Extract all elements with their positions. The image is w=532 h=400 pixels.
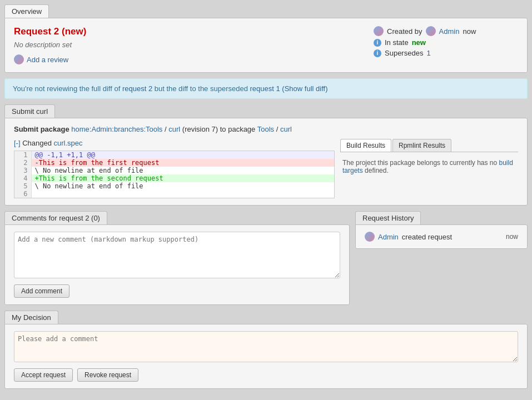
- overview-tab[interactable]: Overview: [4, 4, 49, 18]
- state-info-icon: i: [374, 39, 381, 47]
- state-value-link[interactable]: new: [412, 38, 426, 47]
- comment-textarea[interactable]: [14, 232, 340, 278]
- package-path: Submit package home:Admin:branches:Tools…: [14, 125, 518, 133]
- diff-line: 3\ No newline at end of file: [14, 167, 334, 174]
- build-results-panel: Build Results Rpmlint Results The projec…: [340, 139, 518, 198]
- no-description: No description set: [14, 41, 86, 49]
- to-package-text: to package: [220, 125, 257, 133]
- history-section: Request History Admin created request no…: [355, 211, 528, 305]
- add-review-icon: [14, 54, 24, 64]
- decision-header: My Decision: [4, 311, 58, 324]
- comments-section: Comments for request 2 (0) Add comment: [4, 211, 350, 305]
- rpmlint-results-tab[interactable]: Rpmlint Results: [392, 139, 451, 152]
- tools-link[interactable]: Tools: [257, 125, 274, 133]
- history-avatar: [365, 232, 375, 242]
- state-label: In state: [385, 38, 409, 47]
- sep2: /: [276, 125, 280, 133]
- home-admin-link[interactable]: home:Admin:branches:Tools: [71, 125, 162, 133]
- created-time: now: [463, 27, 476, 36]
- build-tabs: Build Results Rpmlint Results: [340, 139, 518, 152]
- created-by-label: Created by: [387, 27, 422, 36]
- diff-line: 6: [14, 190, 334, 198]
- admin-avatar: [426, 26, 436, 36]
- diff-container: 1@@ -1,1 +1,1 @@2-This is from the first…: [14, 151, 335, 198]
- build-message2: defined.: [365, 167, 389, 174]
- submit-curl-tab[interactable]: Submit curl: [4, 104, 55, 118]
- comments-header: Comments for request 2 (0): [4, 211, 107, 224]
- diff-line: 4+This is from the second request: [14, 174, 334, 182]
- changed-file-row: [-] Changed curl.spec: [14, 139, 335, 147]
- banner-text-before: You're not reviewing the full diff of: [13, 84, 120, 93]
- history-time: now: [506, 233, 518, 241]
- request-title: Request 2 (new): [14, 26, 86, 37]
- admin-user-link[interactable]: Admin: [439, 27, 460, 36]
- build-results-tab[interactable]: Build Results: [340, 139, 391, 152]
- supersedes-label: Supersedes: [385, 49, 423, 57]
- toggle-link[interactable]: [-]: [14, 139, 21, 147]
- history-action: created request: [402, 233, 452, 241]
- request1-link[interactable]: request 1: [250, 84, 280, 93]
- curl-link2[interactable]: curl: [280, 125, 292, 133]
- add-comment-button[interactable]: Add comment: [14, 284, 69, 298]
- submit-label: Submit package: [14, 125, 69, 133]
- history-entry: Admin created request now: [365, 232, 518, 242]
- show-full-diff-link[interactable]: (Show full diff): [282, 84, 327, 93]
- info-banner: You're not reviewing the full diff of re…: [4, 78, 528, 99]
- diff-line: 2-This is from the first request: [14, 159, 334, 167]
- history-header: Request History: [355, 211, 421, 224]
- history-user-link[interactable]: Admin: [378, 233, 399, 241]
- decision-section: My Decision Accept request Revoke reques…: [4, 311, 528, 389]
- created-by-avatar: [374, 26, 384, 36]
- banner-text-middle: but the diff to the superseded: [155, 84, 248, 93]
- build-content: The project this package belongs to curr…: [340, 157, 518, 177]
- revision-paren: (revision 7): [182, 125, 218, 133]
- diff-line: 1@@ -1,1 +1,1 @@: [14, 151, 334, 159]
- revoke-request-button[interactable]: Revoke request: [77, 368, 138, 382]
- curl-link1[interactable]: curl: [168, 125, 180, 133]
- build-message1: The project this package belongs to curr…: [342, 159, 497, 167]
- accept-request-button[interactable]: Accept request: [14, 368, 73, 382]
- supersedes-link[interactable]: 1: [426, 49, 430, 57]
- changed-file-link[interactable]: curl.spec: [54, 139, 83, 147]
- request2-link[interactable]: request 2: [122, 84, 152, 93]
- supersedes-info-icon: i: [374, 49, 381, 57]
- add-review-link[interactable]: Add a review: [27, 56, 68, 64]
- decision-textarea[interactable]: [14, 331, 518, 362]
- diff-line: 5\ No newline at end of file: [14, 182, 334, 190]
- diff-table: 1@@ -1,1 +1,1 @@2-This is from the first…: [14, 151, 334, 198]
- history-panel: Admin created request now: [355, 224, 528, 249]
